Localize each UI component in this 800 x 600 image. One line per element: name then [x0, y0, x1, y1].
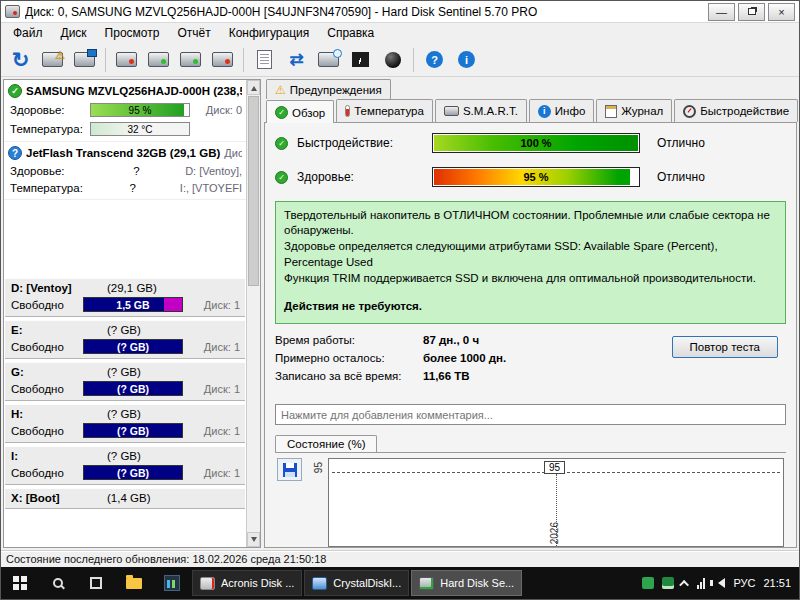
partition-hint: I:, [VTOYEFI: [180, 182, 242, 194]
scroll-down-button[interactable]: [247, 532, 260, 547]
disk-monitor-button[interactable]: [70, 46, 99, 74]
tab-smart[interactable]: S.M.A.R.T.: [435, 99, 527, 122]
sphere-button[interactable]: [378, 46, 407, 74]
language-indicator[interactable]: РУС: [733, 577, 755, 589]
save-chart-button[interactable]: [277, 458, 302, 481]
disk-tool-2-button[interactable]: [144, 46, 173, 74]
partition-hint: D: [Ventoy],: [185, 165, 242, 177]
tray-app-icon[interactable]: [642, 577, 654, 589]
menu-item-file[interactable]: Файл: [4, 24, 52, 42]
refresh-button[interactable]: ↻: [6, 46, 35, 74]
start-button[interactable]: [1, 567, 39, 599]
main-panel: ⚠ Предупреждения ✓ Обзор Температура S.M…: [264, 79, 797, 548]
taskbar-app-hdsentinel[interactable]: Hard Disk Se...: [411, 570, 522, 596]
disk-warning-button[interactable]: ⚠: [38, 46, 67, 74]
temperature-label: Температура:: [10, 182, 85, 194]
tab-overview[interactable]: ✓ Обзор: [266, 100, 334, 123]
task-view-button[interactable]: [77, 567, 115, 599]
help-icon: ?: [426, 51, 443, 68]
crystaldiskinfo-tray-button[interactable]: [153, 567, 191, 599]
stat-label: Время работы:: [275, 334, 423, 346]
tab-journal[interactable]: Журнал: [596, 99, 672, 122]
stat-value: более 1000 дн.: [423, 352, 615, 364]
partition-card-g[interactable]: G:(? GB) Свободно (? GB) Диск: 1: [5, 362, 245, 401]
taskbar-clock[interactable]: 21:51: [763, 577, 791, 589]
disk-ok-icon: ✓: [8, 84, 22, 98]
disk-card-jetflash[interactable]: ? JetFlash Transcend 32GB (29,1 GB) Диск…: [4, 142, 246, 200]
performance-bar: 100 %: [432, 133, 640, 153]
check-icon: ✓: [275, 171, 288, 184]
x-axis-tick: 2026: [549, 522, 560, 544]
tab-status-chart[interactable]: Состояние (%): [275, 435, 377, 452]
stat-value: 11,66 TB: [423, 370, 615, 382]
menu-item-configuration[interactable]: Конфигурация: [220, 24, 319, 42]
tab-info[interactable]: i Инфо: [529, 99, 594, 122]
health-status: Отлично: [657, 170, 705, 184]
toolbar-separator: [243, 48, 244, 72]
titlebar[interactable]: Диск: 0, SAMSUNG MZVLQ256HAJD-000H [S4UJ…: [1, 1, 799, 23]
stat-value: 87 дн., 0 ч: [423, 334, 615, 346]
disk-name: JetFlash Transcend 32GB (29,1 GB): [26, 147, 220, 159]
comment-input[interactable]: [275, 404, 786, 425]
about-button[interactable]: i: [452, 46, 481, 74]
tab-warnings[interactable]: ⚠ Предупреждения: [266, 79, 391, 99]
floppy-save-icon: [283, 463, 297, 477]
status-chart-area: 95 95 2026: [275, 452, 786, 547]
menu-item-report[interactable]: Отчёт: [168, 24, 219, 42]
disk-card-samsung[interactable]: ✓ SAMSUNG MZVLQ256HAJD-000H (238,5 Здоро…: [4, 80, 246, 142]
network-icon[interactable]: [697, 578, 705, 589]
partition-card-e[interactable]: E:(? GB) Свободно (? GB) Диск: 1: [5, 320, 245, 359]
summary-line: Функция TRIM поддерживается SSD и включе…: [284, 271, 777, 286]
gauge-icon: [683, 105, 696, 118]
menu-item-view[interactable]: Просмотр: [96, 24, 169, 42]
retest-button[interactable]: Повтор теста: [672, 336, 778, 358]
performance-status: Отлично: [657, 136, 705, 150]
taskbar-app-acronis[interactable]: Acronis Disk ...: [192, 570, 302, 596]
taskbar-app-crystaldiskinfo[interactable]: CrystalDiskI...: [304, 570, 409, 596]
scroll-up-button[interactable]: [247, 80, 260, 95]
hdd-red-led2-icon: [212, 52, 233, 67]
tray-expand-icon[interactable]: [680, 579, 690, 589]
partition-card-h[interactable]: H:(? GB) Свободно (? GB) Диск: 1: [5, 404, 245, 443]
disk-number: Диск:: [224, 147, 242, 159]
hdd-red-led-icon: [116, 52, 137, 67]
check-icon: ✓: [275, 106, 288, 119]
chart-button[interactable]: [346, 46, 375, 74]
refresh-icon: ↻: [12, 49, 30, 70]
tab-temperature[interactable]: Температура: [336, 99, 433, 122]
partition-card-i[interactable]: I:(? GB) Свободно (? GB) Диск: 1: [5, 446, 245, 485]
arrow-up-icon: [251, 83, 257, 91]
report-button[interactable]: [250, 46, 279, 74]
check-icon: ✓: [275, 137, 288, 150]
journal-icon: [605, 105, 617, 118]
disk-clock-button[interactable]: [314, 46, 343, 74]
taskbar-search-button[interactable]: [39, 567, 77, 599]
scrollbar-thumb[interactable]: [248, 96, 259, 286]
tab-performance[interactable]: Быстродействие: [674, 99, 798, 122]
speaker-icon[interactable]: [713, 578, 725, 588]
sidebar-scrollbar[interactable]: [246, 80, 260, 547]
lifetime-stats: Время работы:87 дн., 0 ч Примерно остало…: [275, 334, 615, 382]
partition-card-x[interactable]: X: [Boot](1,4 GB): [5, 488, 245, 509]
file-explorer-button[interactable]: [115, 567, 153, 599]
disk-tool-4-button[interactable]: [208, 46, 237, 74]
minimize-button[interactable]: —: [708, 3, 735, 21]
status-chart-plot: 95 2026: [328, 458, 784, 547]
partition-card-d[interactable]: D: [Ventoy](29,1 GB) Свободно 1,5 GB Дис…: [5, 278, 245, 317]
disk-tool-3-button[interactable]: [176, 46, 205, 74]
disk-list-sidebar: ✓ SAMSUNG MZVLQ256HAJD-000H (238,5 Здоро…: [3, 79, 261, 548]
menu-item-disk[interactable]: Диск: [52, 24, 96, 42]
tray-chart-icon[interactable]: [662, 577, 674, 589]
arrow-down-icon: [251, 537, 257, 545]
disk-tool-1-button[interactable]: [112, 46, 141, 74]
maximize-button[interactable]: [738, 3, 765, 21]
stat-label: Примерно осталось:: [275, 352, 423, 364]
statusbar: Состояние последнего обновления: 18.02.2…: [1, 550, 799, 567]
sync-button[interactable]: ⇄: [282, 46, 311, 74]
help-button[interactable]: ?: [420, 46, 449, 74]
search-icon: [53, 578, 63, 588]
hdd-green-led-icon: [148, 52, 169, 67]
task-view-icon: [90, 577, 102, 589]
close-button[interactable]: ×: [768, 3, 795, 21]
menu-item-help[interactable]: Справка: [318, 24, 383, 42]
